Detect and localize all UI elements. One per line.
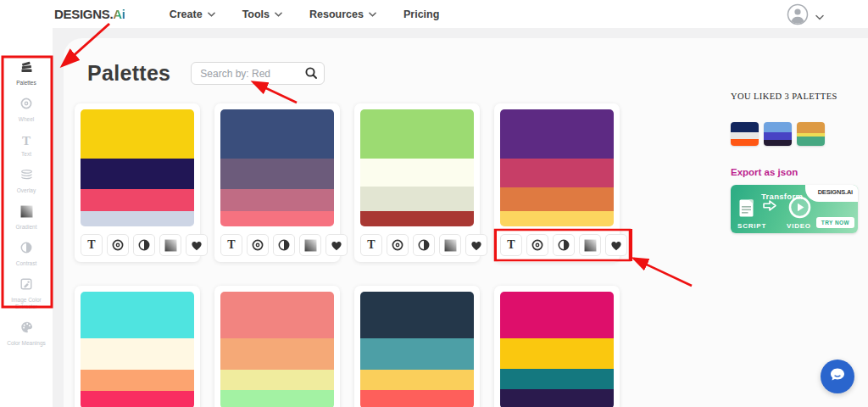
card-action-wheel-button[interactable] bbox=[526, 234, 548, 256]
palette-color-stripe[interactable] bbox=[500, 292, 614, 338]
card-action-gradient-button[interactable] bbox=[299, 234, 321, 256]
palette-color-stripe[interactable] bbox=[220, 211, 334, 226]
palette-color-stripe[interactable] bbox=[500, 389, 614, 407]
palette-swatches bbox=[220, 292, 334, 407]
palette-color-stripe[interactable] bbox=[220, 338, 334, 370]
account-menu-button[interactable] bbox=[787, 3, 824, 29]
card-action-contrast-button[interactable] bbox=[133, 234, 155, 256]
card-action-wheel-button[interactable] bbox=[107, 234, 129, 256]
nav-item-label: Pricing bbox=[403, 8, 439, 20]
palette-color-stripe[interactable] bbox=[81, 189, 194, 211]
palette-color-stripe[interactable] bbox=[81, 292, 194, 338]
palette-color-stripe[interactable] bbox=[500, 338, 614, 369]
palette-color-stripe[interactable] bbox=[81, 211, 194, 226]
sidebar-item-label: Image Color Extractor bbox=[2, 297, 51, 310]
chevron-down-icon bbox=[815, 8, 824, 24]
palette-color-stripe[interactable] bbox=[360, 370, 474, 389]
palette-color-stripe[interactable] bbox=[360, 338, 474, 370]
palette-color-stripe[interactable] bbox=[500, 159, 614, 188]
sidebar-item-color-meanings[interactable]: Color Meanings bbox=[2, 321, 51, 347]
liked-palette-color bbox=[731, 122, 759, 132]
card-action-like-button[interactable] bbox=[186, 234, 208, 256]
card-action-text-button[interactable]: T bbox=[360, 234, 382, 256]
card-action-gradient-button[interactable] bbox=[159, 234, 181, 256]
script-document-icon bbox=[739, 199, 754, 220]
card-action-text-button[interactable]: T bbox=[500, 234, 522, 256]
palette-color-stripe[interactable] bbox=[81, 391, 194, 407]
nav-item-resources[interactable]: Resources bbox=[309, 8, 376, 20]
contrast-icon bbox=[19, 241, 33, 258]
text-icon: T bbox=[87, 239, 95, 251]
chat-widget-button[interactable] bbox=[821, 360, 854, 393]
palette-color-stripe[interactable] bbox=[220, 390, 334, 407]
palette-card-actions: T bbox=[81, 234, 208, 256]
palette-card: T bbox=[494, 103, 620, 262]
palette-color-stripe[interactable] bbox=[220, 370, 334, 389]
card-action-wheel-button[interactable] bbox=[387, 234, 409, 256]
sidebar-item-image-color-extractor[interactable]: Image Color Extractor bbox=[2, 277, 51, 310]
palette-color-stripe[interactable] bbox=[220, 189, 334, 211]
promo-brand-logo: DESIGNS.Ai bbox=[818, 188, 853, 196]
nav-item-create[interactable]: Create bbox=[170, 8, 215, 20]
palette-color-stripe[interactable] bbox=[360, 390, 474, 407]
palette-color-stripe[interactable] bbox=[500, 109, 614, 159]
palette-card: T bbox=[214, 103, 340, 262]
palette-color-stripe[interactable] bbox=[81, 159, 194, 189]
sidebar-item-wheel[interactable]: Wheel bbox=[2, 97, 51, 123]
contrast-icon bbox=[557, 238, 570, 252]
liked-palette-thumbnail[interactable] bbox=[797, 122, 825, 146]
palette-color-stripe[interactable] bbox=[500, 369, 614, 388]
sidebar-item-gradient[interactable]: Gradient bbox=[2, 205, 51, 231]
search-box bbox=[191, 62, 325, 85]
heart-icon bbox=[610, 240, 622, 251]
liked-palettes-thumbnails bbox=[731, 122, 866, 146]
card-action-gradient-button[interactable] bbox=[439, 234, 461, 256]
palette-card-actions: T bbox=[220, 234, 348, 256]
main-panel: Palettes TTTTTTTT YOU LIKED 3 PALETTES E… bbox=[64, 38, 868, 407]
text-icon: T bbox=[227, 239, 235, 251]
palette-color-stripe[interactable] bbox=[81, 109, 194, 159]
palette-color-stripe[interactable] bbox=[360, 159, 474, 187]
sidebar-item-text[interactable]: TText bbox=[2, 133, 51, 158]
liked-palette-thumbnail[interactable] bbox=[764, 122, 792, 146]
promo-banner[interactable]: DESIGNS.Ai Transform SCRIPT VIDEO TRY NO… bbox=[731, 185, 858, 233]
palette-color-stripe[interactable] bbox=[81, 370, 194, 391]
nav-item-tools[interactable]: Tools bbox=[242, 8, 282, 20]
overlay-icon bbox=[19, 168, 34, 185]
card-action-text-button[interactable]: T bbox=[81, 234, 103, 256]
palette-color-stripe[interactable] bbox=[360, 109, 474, 159]
palette-color-stripe[interactable] bbox=[500, 187, 614, 211]
palette-color-stripe[interactable] bbox=[220, 292, 334, 338]
card-action-contrast-button[interactable] bbox=[273, 234, 295, 256]
image-color-extractor-icon bbox=[19, 277, 33, 294]
sidebar-item-overlay[interactable]: Overlay bbox=[2, 168, 51, 194]
export-json-link[interactable]: Export as json bbox=[731, 167, 798, 177]
nav-item-label: Create bbox=[170, 8, 203, 20]
sidebar-item-label: Color Meanings bbox=[7, 340, 46, 347]
palette-color-stripe[interactable] bbox=[500, 211, 614, 226]
palette-color-stripe[interactable] bbox=[360, 211, 474, 226]
card-action-text-button[interactable]: T bbox=[220, 234, 242, 256]
card-action-wheel-button[interactable] bbox=[247, 234, 269, 256]
palette-color-stripe[interactable] bbox=[360, 187, 474, 211]
card-action-like-button[interactable] bbox=[326, 234, 348, 256]
palette-color-stripe[interactable] bbox=[220, 159, 334, 189]
liked-palette-thumbnail[interactable] bbox=[731, 122, 759, 146]
nav-item-pricing[interactable]: Pricing bbox=[403, 8, 439, 20]
brand-logo[interactable]: DESIGNS.Ai bbox=[54, 7, 125, 21]
sidebar-item-contrast[interactable]: Contrast bbox=[2, 241, 51, 267]
card-action-like-button[interactable] bbox=[465, 234, 487, 256]
sidebar-item-palettes[interactable]: Palettes bbox=[2, 60, 51, 86]
nav-item-label: Tools bbox=[242, 8, 270, 20]
chat-bubble-icon bbox=[828, 365, 847, 387]
card-action-contrast-button[interactable] bbox=[413, 234, 435, 256]
card-action-like-button[interactable] bbox=[605, 234, 627, 256]
palette-color-stripe[interactable] bbox=[220, 109, 334, 159]
try-now-button[interactable]: TRY NOW bbox=[816, 217, 854, 228]
contrast-icon bbox=[137, 238, 151, 252]
search-icon[interactable] bbox=[304, 66, 318, 83]
palette-color-stripe[interactable] bbox=[360, 292, 474, 338]
palette-color-stripe[interactable] bbox=[81, 338, 194, 370]
card-action-contrast-button[interactable] bbox=[553, 234, 575, 256]
card-action-gradient-button[interactable] bbox=[579, 234, 601, 256]
